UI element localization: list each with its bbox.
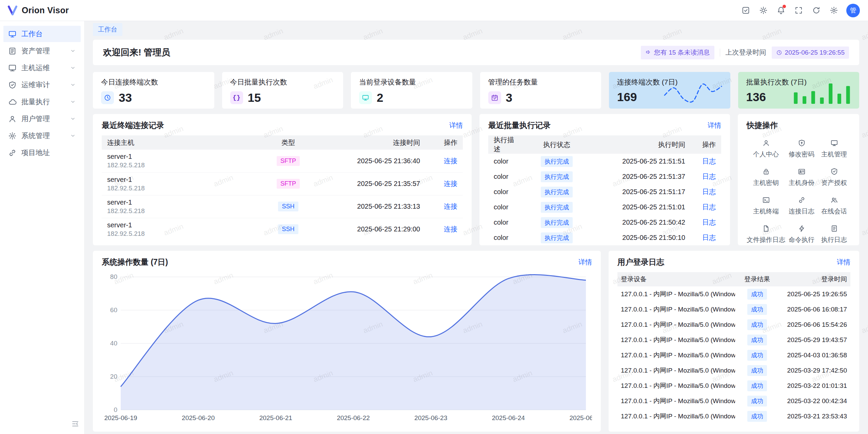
breadcrumb-workbench[interactable]: 工作台: [93, 23, 122, 36]
link-icon: [8, 149, 17, 157]
connect-link[interactable]: 连接: [444, 203, 457, 210]
terminal-detail-link[interactable]: 详情: [449, 121, 463, 130]
login-device: 127.0.0.1 - 内网IP - Mozilla/5.0 (Windows …: [621, 336, 732, 344]
quick-action-5[interactable]: 资产授权: [818, 164, 850, 191]
protocol-tag: SFTP: [277, 179, 300, 189]
svg-text:2025-06-20: 2025-06-20: [182, 414, 215, 421]
batch-record-row: color执行完成2025-06-25 21:51:51日志: [488, 154, 721, 169]
log-link[interactable]: 日志: [702, 203, 716, 211]
audit-icon: [8, 81, 17, 89]
settings-button[interactable]: [826, 3, 842, 18]
watermark-text: admin: [84, 320, 85, 335]
log-link[interactable]: 日志: [702, 188, 716, 195]
gear-icon: [830, 6, 838, 15]
sidebar-item-0[interactable]: 工作台: [3, 26, 81, 42]
refresh-button[interactable]: [808, 3, 824, 18]
login-log-row: 127.0.0.1 - 内网IP - Mozilla/5.0 (Windows …: [617, 363, 850, 378]
sidebar-item-3[interactable]: 运维审计: [3, 77, 81, 93]
panel-title: 最近终端连接记录: [102, 120, 164, 131]
exec-description: color: [488, 230, 525, 245]
quick-action-6[interactable]: 主机终端: [747, 192, 785, 220]
stat-card-3: 管理的任务数量3: [480, 72, 601, 109]
quick-action-label: 主机终端: [753, 207, 779, 216]
login-time: 2025-06-06 16:08:17: [779, 302, 850, 317]
quick-action-8[interactable]: 在线会话: [818, 192, 850, 220]
watermark-text: admin: [860, 320, 868, 335]
sidebar-item-5[interactable]: 用户管理: [3, 111, 81, 127]
sidebar-item-2[interactable]: 主机运维: [3, 60, 81, 76]
unread-messages-tag[interactable]: 您有 15 条未读消息: [641, 46, 714, 59]
quick-action-label: 个人中心: [753, 150, 779, 159]
svg-text:60: 60: [110, 306, 117, 314]
brand: Orion Visor: [7, 5, 69, 16]
exec-description: color: [488, 215, 525, 230]
batch-record-row: color执行完成2025-06-25 21:51:37日志: [488, 169, 721, 184]
log-link[interactable]: 日志: [702, 173, 716, 180]
login-time: 2025-05-29 19:43:57: [779, 332, 850, 347]
login-detail-link[interactable]: 详情: [837, 258, 850, 267]
quick-action-7[interactable]: 连接日志: [785, 192, 818, 220]
quick-action-3[interactable]: 主机密钥: [747, 164, 785, 191]
connect-link[interactable]: 连接: [444, 225, 457, 233]
watermark-text: admin: [84, 26, 85, 42]
connect-link[interactable]: 连接: [444, 180, 457, 187]
batch-record-row: color执行完成2025-06-25 21:51:17日志: [488, 184, 721, 200]
exec-description: color: [488, 184, 525, 200]
column-header: 执行描述: [488, 135, 525, 154]
column-header: 执行时间: [589, 135, 691, 154]
tasks-button[interactable]: [738, 3, 753, 18]
batch-record-row: color执行完成2025-06-25 21:50:10日志: [488, 230, 721, 245]
host-ip: 182.92.5.218: [107, 207, 257, 215]
log-link[interactable]: 日志: [702, 157, 716, 165]
quick-action-2[interactable]: 主机管理: [818, 135, 850, 163]
svg-text:2025-06-22: 2025-06-22: [337, 414, 370, 421]
login-time: 2025-06-25 19:26:55: [779, 286, 850, 302]
svg-text:2025-06-23: 2025-06-23: [414, 414, 447, 421]
quick-action-label: 文件操作日志: [747, 235, 785, 244]
fullscreen-button[interactable]: [791, 3, 806, 18]
protocol-tag: SSH: [278, 224, 298, 234]
login-device: 127.0.0.1 - 内网IP - Mozilla/5.0 (Windows …: [621, 412, 732, 421]
batch-detail-link[interactable]: 详情: [708, 121, 721, 130]
theme-toggle-button[interactable]: [755, 3, 771, 18]
sidebar-item-label: 运维审计: [21, 80, 50, 90]
user-avatar[interactable]: 管: [846, 4, 860, 17]
login-time: 2025-04-03 01:36:58: [779, 347, 850, 363]
log-link[interactable]: 日志: [702, 234, 716, 241]
login-device: 127.0.0.1 - 内网IP - Mozilla/5.0 (Windows …: [621, 320, 732, 329]
sidebar-item-6[interactable]: 系统管理: [3, 128, 81, 144]
panel-title: 快捷操作: [747, 120, 778, 131]
asset-icon: [8, 47, 17, 55]
terminal-trend-chart: [663, 81, 724, 104]
quick-action-1[interactable]: 修改密码: [785, 135, 818, 163]
main-content: adminadminadminadminadminadminadminadmin…: [84, 21, 868, 434]
quick-action-9[interactable]: 文件操作日志: [747, 221, 785, 245]
quick-action-4[interactable]: 主机身份: [785, 164, 818, 191]
login-result-tag: 成功: [747, 396, 767, 407]
stat-value: 15: [248, 91, 261, 105]
ops-detail-link[interactable]: 详情: [578, 258, 592, 267]
terminal-record-row: server-1182.92.5.218SFTP2025-06-25 21:36…: [102, 150, 463, 172]
sidebar-collapse-icon[interactable]: [71, 420, 79, 429]
panel-title: 系统操作数量 (7日): [102, 257, 168, 267]
host-ip: 182.92.5.218: [107, 230, 257, 238]
svg-text:2025-06-25: 2025-06-25: [569, 414, 592, 421]
notifications-button[interactable]: [773, 3, 789, 18]
connect-link[interactable]: 连接: [444, 157, 457, 165]
connect-time: 2025-06-25 21:33:13: [314, 195, 426, 218]
login-device: 127.0.0.1 - 内网IP - Mozilla/5.0 (Windows …: [621, 397, 732, 405]
quick-actions-grid: 个人中心修改密码主机管理主机密钥主机身份资产授权主机终端连接日志在线会话文件操作…: [747, 135, 850, 245]
sidebar-item-1[interactable]: 资产管理: [3, 43, 81, 59]
sidebar-item-7[interactable]: 项目地址: [3, 145, 81, 161]
chevron-down-icon: [70, 133, 76, 139]
exec-description: color: [488, 154, 525, 169]
quick-action-10[interactable]: 命令执行: [785, 221, 818, 245]
stat-card-1: 今日批量执行次数{}15: [222, 72, 343, 109]
svg-text:2025-06-19: 2025-06-19: [104, 414, 137, 421]
sidebar-item-4[interactable]: 批量执行: [3, 94, 81, 110]
quick-action-11[interactable]: 执行日志: [818, 221, 850, 245]
log-link[interactable]: 日志: [702, 219, 716, 226]
brand-logo-icon: [7, 5, 18, 16]
stat-card-2: 当前登录设备数量2: [351, 72, 472, 109]
quick-action-0[interactable]: 个人中心: [747, 135, 785, 163]
